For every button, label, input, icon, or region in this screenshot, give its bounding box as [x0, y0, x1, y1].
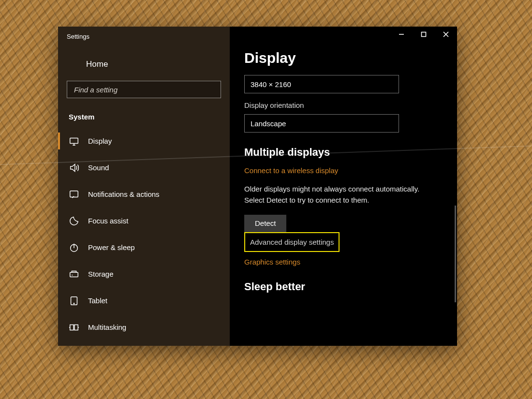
- content-pane: Display 3840 × 2160 Display orientation …: [230, 27, 457, 346]
- page-title: Display: [244, 50, 443, 66]
- search-icon: [208, 85, 216, 94]
- home-button[interactable]: Home: [58, 46, 230, 81]
- sidebar-item-storage[interactable]: Storage: [58, 261, 230, 287]
- sidebar: Settings Home System: [58, 27, 230, 346]
- svg-rect-7: [70, 325, 74, 330]
- sidebar-item-tablet[interactable]: Tablet: [58, 287, 230, 314]
- sidebar-item-multitasking[interactable]: Multitasking: [58, 314, 230, 340]
- detect-button[interactable]: Detect: [244, 215, 286, 232]
- sidebar-item-label: Tablet: [88, 296, 107, 305]
- multiple-displays-heading: Multiple displays: [244, 146, 443, 159]
- svg-point-0: [209, 86, 213, 90]
- svg-point-6: [74, 303, 74, 303]
- svg-rect-1: [70, 138, 78, 143]
- notifications-icon: [69, 189, 79, 200]
- orientation-value: Landscape: [251, 119, 286, 128]
- maximize-button[interactable]: [413, 27, 435, 42]
- svg-rect-4: [70, 272, 78, 277]
- moon-icon: [69, 216, 79, 226]
- multitasking-icon: [69, 322, 79, 333]
- sidebar-item-power-sleep[interactable]: Power & sleep: [58, 234, 230, 261]
- svg-rect-8: [74, 325, 78, 330]
- orientation-dropdown[interactable]: Landscape: [244, 114, 399, 133]
- settings-window: Settings Home System: [58, 27, 457, 346]
- tablet-icon: [69, 296, 79, 306]
- close-button[interactable]: [435, 27, 457, 42]
- window-controls: [230, 27, 457, 46]
- graphics-settings-link[interactable]: Graphics settings: [244, 258, 443, 266]
- sleep-better-heading: Sleep better: [244, 281, 443, 293]
- home-icon: [69, 59, 78, 69]
- sidebar-item-label: Multitasking: [88, 323, 126, 331]
- chevron-down-icon: [386, 80, 393, 89]
- wireless-display-link[interactable]: Connect to a wireless display: [244, 166, 443, 175]
- orientation-label: Display orientation: [244, 101, 443, 109]
- sidebar-item-label: Notifications & actions: [88, 190, 160, 198]
- storage-icon: [69, 269, 79, 280]
- sidebar-item-label: Sound: [88, 163, 109, 172]
- sidebar-item-label: Focus assist: [88, 217, 128, 225]
- resolution-dropdown[interactable]: 3840 × 2160: [244, 75, 399, 93]
- scrollbar[interactable]: [455, 206, 456, 302]
- window-title: Settings: [58, 27, 230, 46]
- search-field[interactable]: [74, 86, 208, 94]
- speaker-icon: [69, 163, 79, 173]
- desktop-background: Settings Home System: [0, 0, 532, 399]
- power-icon: [69, 242, 79, 253]
- svg-rect-2: [70, 191, 78, 197]
- nav-list: Display Sound Notifications & actions: [58, 128, 230, 346]
- monitor-icon: [69, 136, 79, 147]
- search-input[interactable]: [67, 81, 221, 98]
- highlight-annotation: Advanced display settings: [244, 232, 340, 252]
- sidebar-item-label: Storage: [88, 270, 114, 278]
- advanced-display-settings-link[interactable]: Advanced display settings: [245, 233, 339, 251]
- sidebar-item-display[interactable]: Display: [58, 128, 230, 154]
- svg-rect-9: [422, 32, 426, 37]
- page-body: Display 3840 × 2160 Display orientation …: [230, 46, 457, 346]
- home-label: Home: [86, 59, 108, 69]
- resolution-value: 3840 × 2160: [251, 80, 291, 89]
- sidebar-item-notifications[interactable]: Notifications & actions: [58, 181, 230, 207]
- sidebar-item-label: Power & sleep: [88, 243, 135, 251]
- sidebar-item-label: Display: [88, 137, 112, 145]
- sidebar-item-focus-assist[interactable]: Focus assist: [58, 207, 230, 234]
- detect-description: Older displays might not always connect …: [244, 183, 423, 206]
- category-label: System: [58, 98, 230, 128]
- chevron-down-icon: [386, 119, 393, 128]
- minimize-button[interactable]: [390, 27, 413, 42]
- sidebar-item-sound[interactable]: Sound: [58, 154, 230, 181]
